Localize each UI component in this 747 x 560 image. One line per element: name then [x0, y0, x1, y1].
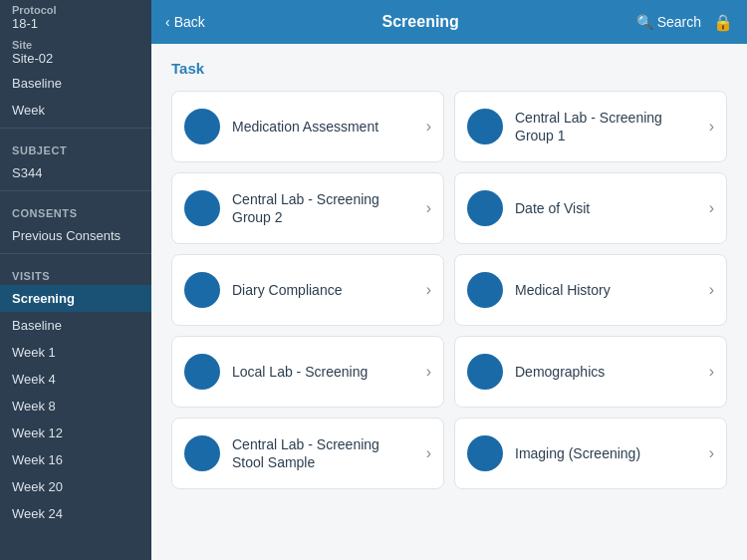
task-status-dot	[467, 109, 503, 144]
task-status-dot	[467, 435, 503, 471]
task-card[interactable]: Medication Assessment ›	[171, 91, 444, 162]
chevron-right-icon: ›	[709, 363, 714, 381]
header: ‹ Back Screening 🔍 Search 🔒	[151, 0, 747, 44]
chevron-right-icon: ›	[426, 281, 431, 299]
chevron-right-icon: ›	[709, 199, 714, 217]
task-status-dot	[184, 109, 220, 144]
task-label: Central Lab - Screening Group 2	[232, 190, 410, 226]
protocol-key-label: Protocol	[12, 4, 139, 16]
chevron-right-icon: ›	[426, 199, 431, 217]
sidebar-item-week12[interactable]: Week 12	[0, 420, 151, 446]
chevron-right-icon: ›	[426, 118, 431, 136]
content-area: Task Medication Assessment › Central Lab…	[151, 44, 747, 560]
page-title: Screening	[382, 13, 459, 31]
task-card[interactable]: Demographics ›	[454, 336, 727, 408]
task-card[interactable]: Diary Compliance ›	[171, 254, 444, 326]
sidebar-item-screening[interactable]: Screening	[0, 285, 151, 312]
task-status-dot	[467, 354, 503, 390]
task-status-dot	[184, 272, 220, 308]
task-label: Central Lab - Screening Stool Sample	[232, 435, 410, 471]
task-label: Medical History	[515, 281, 693, 299]
sidebar-protocol: Protocol 18-1	[0, 0, 151, 35]
task-card[interactable]: Imaging (Screening) ›	[454, 418, 727, 489]
back-chevron-icon: ‹	[165, 14, 170, 30]
consents-section-label: CONSENTS	[0, 199, 151, 222]
lock-icon[interactable]: 🔒	[713, 13, 733, 32]
sidebar-baseline[interactable]: Baseline	[0, 70, 151, 97]
task-card[interactable]: Central Lab - Screening Stool Sample ›	[171, 418, 444, 489]
sidebar-item-week16[interactable]: Week 16	[0, 446, 151, 473]
task-status-dot	[467, 272, 503, 308]
search-icon: 🔍	[636, 14, 653, 30]
task-label: Date of Visit	[515, 199, 693, 217]
sidebar-item-week24[interactable]: Week 24	[0, 500, 151, 527]
header-right-actions: 🔍 Search 🔒	[636, 13, 733, 32]
sidebar-item-week1[interactable]: Week 1	[0, 339, 151, 366]
task-status-dot	[184, 190, 220, 226]
task-card[interactable]: Local Lab - Screening ›	[171, 336, 444, 408]
task-label: Demographics	[515, 363, 693, 381]
chevron-right-icon: ›	[709, 118, 714, 136]
site-value: Site-02	[12, 51, 139, 66]
chevron-right-icon: ›	[709, 444, 714, 462]
visits-section-label: VISITS	[0, 262, 151, 285]
site-key-label: Site	[12, 39, 139, 51]
task-status-dot	[184, 354, 220, 390]
section-title: Task	[171, 60, 727, 77]
protocol-value: 18-1	[12, 16, 139, 31]
task-grid: Medication Assessment › Central Lab - Sc…	[171, 91, 727, 489]
chevron-right-icon: ›	[709, 281, 714, 299]
task-label: Imaging (Screening)	[515, 444, 693, 462]
sidebar-week[interactable]: Week	[0, 97, 151, 124]
task-label: Central Lab - Screening Group 1	[515, 109, 693, 144]
search-label: Search	[657, 14, 701, 30]
back-label: Back	[174, 14, 205, 30]
back-button[interactable]: ‹ Back	[165, 14, 205, 30]
chevron-right-icon: ›	[426, 444, 431, 462]
chevron-right-icon: ›	[426, 363, 431, 381]
search-button[interactable]: 🔍 Search	[636, 14, 701, 30]
sidebar: Protocol 18-1 Site Site-02 Baseline Week…	[0, 0, 151, 560]
main-panel: ‹ Back Screening 🔍 Search 🔒 Task Medicat…	[151, 0, 747, 560]
task-card[interactable]: Central Lab - Screening Group 2 ›	[171, 172, 444, 244]
sidebar-item-week8[interactable]: Week 8	[0, 393, 151, 420]
sidebar-item-week4[interactable]: Week 4	[0, 366, 151, 393]
subject-section-label: SUBJECT	[0, 137, 151, 159]
task-label: Medication Assessment	[232, 118, 410, 136]
task-status-dot	[184, 435, 220, 471]
task-status-dot	[467, 190, 503, 226]
sidebar-item-baseline[interactable]: Baseline	[0, 312, 151, 339]
task-card[interactable]: Central Lab - Screening Group 1 ›	[454, 91, 727, 162]
sidebar-site: Site Site-02	[0, 35, 151, 70]
task-label: Local Lab - Screening	[232, 363, 410, 381]
task-label: Diary Compliance	[232, 281, 410, 299]
task-card[interactable]: Medical History ›	[454, 254, 727, 326]
sidebar-item-week20[interactable]: Week 20	[0, 473, 151, 500]
task-card[interactable]: Date of Visit ›	[454, 172, 727, 244]
sidebar-item-previous-consents[interactable]: Previous Consents	[0, 222, 151, 249]
subject-value[interactable]: S344	[0, 159, 151, 186]
